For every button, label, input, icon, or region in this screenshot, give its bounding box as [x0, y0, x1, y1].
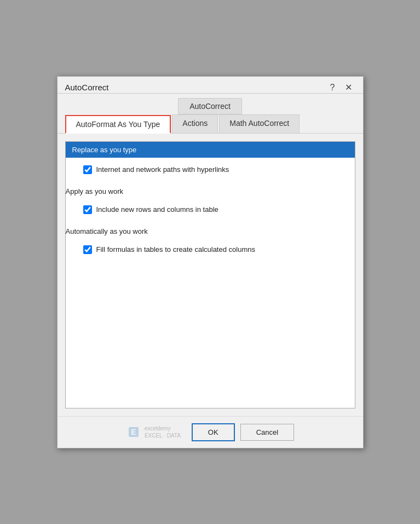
apply-section-label: Apply as you work	[66, 187, 355, 195]
close-button[interactable]: ✕	[342, 82, 355, 93]
title-bar: AutoCorrect ? ✕	[57, 77, 363, 94]
tabs-top: AutoCorrect	[57, 94, 363, 114]
checkbox-row-formulas: Fill formulas in tables to create calcul…	[83, 245, 346, 254]
checkbox-formulas-label: Fill formulas in tables to create calcul…	[96, 245, 255, 254]
tab-autoformat[interactable]: AutoFormat As You Type	[65, 115, 171, 134]
replace-section-header: Replace as you type	[66, 142, 355, 158]
tabs-row: AutoFormat As You Type Actions Math Auto…	[57, 114, 363, 134]
dialog-body: Replace as you type Internet and network…	[57, 134, 363, 416]
checkbox-tablerows[interactable]	[83, 205, 92, 214]
svg-text:E: E	[131, 428, 136, 436]
checkbox-hyperlinks-label: Internet and network paths with hyperlin…	[96, 165, 229, 174]
watermark: E exceldemyEXCEL · DATA	[126, 424, 181, 440]
dialog-footer: E exceldemyEXCEL · DATA OK Cancel	[57, 416, 363, 448]
auto-section-label: Automatically as you work	[66, 227, 355, 235]
ok-button[interactable]: OK	[192, 423, 235, 441]
auto-section-body: Fill formulas in tables to create calcul…	[66, 238, 355, 262]
checkbox-row-tablerows: Include new rows and columns in table	[83, 205, 346, 214]
content-panel: Replace as you type Internet and network…	[65, 141, 355, 408]
autocorrect-dialog: AutoCorrect ? ✕ AutoCorrect AutoFormat A…	[57, 76, 364, 448]
title-bar-controls: ? ✕	[327, 82, 355, 93]
tab-top-autocorrect[interactable]: AutoCorrect	[178, 98, 242, 114]
dialog-title: AutoCorrect	[65, 83, 109, 92]
watermark-text: exceldemyEXCEL · DATA	[145, 425, 181, 439]
checkbox-tablerows-label: Include new rows and columns in table	[96, 205, 218, 214]
tab-mathautocorrect[interactable]: Math AutoCorrect	[219, 114, 300, 133]
watermark-icon: E	[126, 424, 141, 440]
cancel-button[interactable]: Cancel	[240, 424, 294, 441]
replace-section-body: Internet and network paths with hyperlin…	[66, 158, 355, 182]
checkbox-formulas[interactable]	[83, 245, 92, 254]
apply-section-body: Include new rows and columns in table	[66, 198, 355, 222]
checkbox-hyperlinks[interactable]	[83, 165, 92, 174]
tab-actions[interactable]: Actions	[172, 114, 218, 133]
help-button[interactable]: ?	[327, 82, 338, 93]
checkbox-row-hyperlinks: Internet and network paths with hyperlin…	[83, 165, 346, 174]
